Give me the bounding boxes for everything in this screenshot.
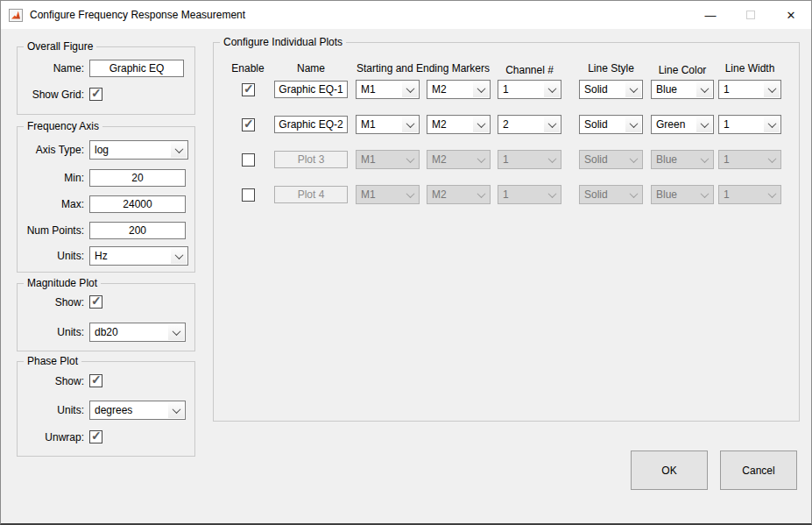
- phase-show-checkbox[interactable]: [89, 374, 102, 387]
- chevron-down-icon: [764, 187, 780, 202]
- end-marker-select: M2: [427, 185, 491, 204]
- chevron-down-icon: [696, 82, 712, 97]
- plot-name-field: Plot 3: [274, 151, 348, 168]
- chevron-down-icon: [473, 152, 489, 167]
- magnitude-plot-group: Magnitude Plot Show: Units: db20: [17, 283, 195, 351]
- column-header-line-style: Line Style: [579, 62, 643, 74]
- column-header-markers: Starting and Ending Markers: [356, 62, 491, 74]
- chevron-down-icon: [544, 82, 560, 97]
- chevron-down-icon: [764, 117, 780, 132]
- chevron-down-icon: [544, 152, 560, 167]
- individual-plots-legend: Configure Individual Plots: [220, 36, 346, 48]
- end-marker-select[interactable]: M2: [427, 80, 491, 99]
- end-marker-select: M2: [427, 150, 491, 169]
- chevron-down-icon: [402, 82, 418, 97]
- start-marker-select[interactable]: M1: [356, 115, 420, 134]
- chevron-down-icon: [168, 324, 184, 340]
- line-width-select: 1: [718, 150, 781, 169]
- overall-figure-legend: Overall Figure: [24, 40, 96, 53]
- phase-units-select[interactable]: degrees: [89, 401, 186, 420]
- axis-type-label: Axis Type:: [21, 144, 89, 156]
- maximize-button: [731, 1, 771, 29]
- window-title: Configure Frequency Response Measurement: [30, 9, 245, 21]
- channel-select[interactable]: 1: [498, 80, 561, 99]
- close-icon: ✕: [787, 9, 796, 22]
- line-style-select[interactable]: Solid: [579, 115, 643, 134]
- num-points-field[interactable]: 200: [89, 222, 186, 239]
- plot-name-field[interactable]: Graphic EQ-1: [274, 81, 348, 98]
- chevron-down-icon: [696, 117, 712, 132]
- chevron-down-icon: [625, 117, 641, 132]
- chevron-down-icon: [625, 82, 641, 97]
- show-grid-label: Show Grid:: [21, 89, 89, 101]
- line-style-select: Solid: [579, 185, 643, 204]
- frequency-axis-legend: Frequency Axis: [24, 120, 102, 132]
- column-header-line-color: Line Color: [651, 64, 714, 76]
- chevron-down-icon: [402, 117, 418, 132]
- end-marker-select[interactable]: M2: [427, 115, 491, 134]
- channel-select: 1: [498, 150, 561, 169]
- max-field[interactable]: 24000: [89, 195, 186, 213]
- minimize-button[interactable]: —: [690, 1, 731, 29]
- start-marker-select: M1: [356, 185, 420, 204]
- line-style-select[interactable]: Solid: [579, 80, 643, 99]
- magnitude-units-select[interactable]: db20: [89, 323, 186, 342]
- title-bar: Configure Frequency Response Measurement…: [1, 1, 811, 29]
- line-color-select: Blue: [651, 185, 714, 204]
- enable-checkbox[interactable]: [242, 153, 255, 167]
- min-label: Min:: [21, 172, 89, 184]
- phase-units-label: Units:: [21, 404, 89, 416]
- close-button[interactable]: ✕: [771, 1, 811, 29]
- chevron-down-icon: [544, 117, 560, 132]
- unwrap-checkbox[interactable]: [89, 430, 102, 443]
- axis-type-select[interactable]: log: [89, 140, 188, 160]
- name-label: Name:: [21, 62, 89, 74]
- figure-name-field[interactable]: Graphic EQ: [89, 60, 184, 77]
- column-header-enable: Enable: [226, 62, 270, 74]
- minimize-icon: —: [705, 9, 717, 22]
- min-field[interactable]: 20: [89, 169, 186, 187]
- start-marker-select: M1: [356, 150, 420, 169]
- magnitude-units-label: Units:: [21, 326, 89, 338]
- maximize-icon: [746, 11, 755, 19]
- line-width-select[interactable]: 1: [718, 80, 781, 99]
- plot-name-field: Plot 4: [274, 186, 348, 203]
- magnitude-show-checkbox[interactable]: [89, 295, 102, 309]
- phase-plot-legend: Phase Plot: [24, 355, 81, 367]
- line-style-select: Solid: [579, 150, 643, 169]
- chevron-down-icon: [696, 152, 712, 167]
- column-header-channel: Channel #: [498, 64, 561, 76]
- phase-show-label: Show:: [21, 375, 89, 387]
- ok-button[interactable]: OK: [631, 451, 708, 490]
- phase-plot-group: Phase Plot Show: Units: degrees Unwrap:: [17, 361, 195, 457]
- max-label: Max:: [21, 198, 89, 210]
- freq-units-select[interactable]: Hz: [89, 246, 188, 266]
- enable-checkbox[interactable]: [242, 83, 255, 96]
- column-header-line-width: Line Width: [718, 62, 781, 74]
- start-marker-select[interactable]: M1: [356, 80, 420, 99]
- show-grid-checkbox[interactable]: [89, 88, 102, 101]
- line-color-select[interactable]: Green: [651, 115, 714, 134]
- line-width-select: 1: [718, 185, 781, 204]
- line-color-select: Blue: [651, 150, 714, 169]
- plot-row-4: Plot 4 M1 M2 1 Solid Blue 1: [214, 185, 799, 206]
- chevron-down-icon: [171, 248, 187, 264]
- chevron-down-icon: [696, 187, 712, 202]
- chevron-down-icon: [171, 142, 187, 158]
- chevron-down-icon: [168, 402, 184, 418]
- channel-select[interactable]: 2: [498, 115, 561, 134]
- num-points-label: Num Points:: [21, 224, 89, 237]
- line-width-select[interactable]: 1: [718, 115, 781, 134]
- plot-name-field[interactable]: Graphic EQ-2: [274, 116, 348, 133]
- chevron-down-icon: [473, 187, 489, 202]
- magnitude-plot-legend: Magnitude Plot: [24, 277, 101, 289]
- column-header-name: Name: [274, 62, 348, 74]
- enable-checkbox[interactable]: [242, 188, 255, 202]
- matlab-icon: [9, 9, 23, 22]
- line-color-select[interactable]: Blue: [651, 80, 714, 99]
- magnitude-show-label: Show:: [21, 296, 89, 309]
- enable-checkbox[interactable]: [242, 118, 255, 131]
- plot-row-3: Plot 3 M1 M2 1 Solid Blue 1: [214, 150, 799, 171]
- cancel-button[interactable]: Cancel: [720, 451, 797, 490]
- chevron-down-icon: [625, 152, 641, 167]
